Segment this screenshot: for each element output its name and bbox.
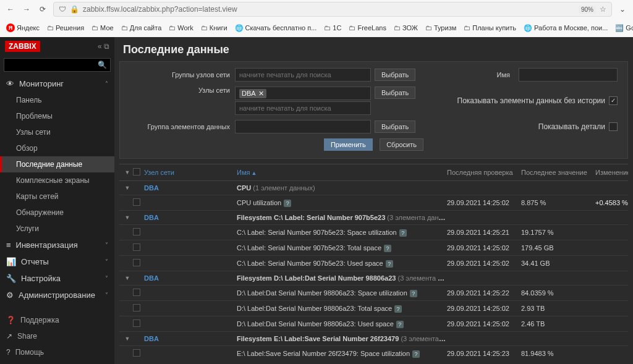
help-icon[interactable]: ? (386, 260, 393, 268)
group-expander[interactable]: ▼ (122, 275, 133, 281)
bookmark-item[interactable]: 🗀FreeLans (346, 24, 388, 32)
hostgroups-text[interactable] (239, 71, 367, 78)
hosts-text[interactable] (239, 104, 367, 112)
nav-section[interactable]: ≡Инвентаризация˅ (0, 237, 114, 253)
remove-host-tag-icon[interactable]: ✕ (258, 90, 264, 98)
pocket-icon[interactable]: ⌄ (617, 4, 628, 15)
nav-item[interactable]: Панель (0, 92, 114, 108)
search-icon[interactable]: 🔍 (98, 61, 107, 69)
nav-item[interactable]: Обнаружение (0, 205, 114, 221)
col-name[interactable]: Имя▲ (237, 169, 447, 176)
group-expander[interactable]: ▼ (122, 214, 133, 221)
help-icon[interactable]: ? (399, 229, 407, 237)
input-hosts[interactable]: DBA ✕ (235, 87, 371, 100)
row-checkbox[interactable] (133, 349, 140, 357)
forward-button[interactable]: → (21, 4, 32, 15)
row-checkbox[interactable] (133, 320, 140, 327)
bookmark-item[interactable]: 🗀Для сайта (119, 24, 164, 32)
item-name[interactable]: D:\ Label:Dat Serial Number 98806a23: Sp… (237, 289, 447, 297)
item-name[interactable]: D:\ Label:Dat Serial Number 98806a23: To… (237, 305, 447, 313)
label-application: Группа элементов данных (130, 123, 235, 130)
col-last-value[interactable]: Последнее значение (521, 169, 595, 176)
host-link[interactable]: DBA (144, 335, 159, 342)
bookmark-item[interactable]: 🗀Туризм (423, 24, 459, 32)
expand-all-toggle[interactable]: ▼ (122, 169, 133, 176)
bookmark-item[interactable]: 🌐Скачать бесплатно п... (232, 24, 320, 32)
help-icon[interactable]: ? (410, 290, 417, 297)
help-icon[interactable]: ? (384, 245, 391, 252)
host-tag[interactable]: DBA ✕ (239, 89, 266, 98)
bookmark-item[interactable]: 🗀Решения (45, 24, 87, 32)
col-last-check[interactable]: Последняя проверка (447, 169, 521, 176)
row-checkbox[interactable] (133, 289, 140, 296)
help-icon[interactable]: ? (394, 305, 402, 313)
select-all-checkbox[interactable] (133, 168, 140, 176)
item-name[interactable]: C:\ Label: Serial Number 907b5e23: Space… (237, 229, 447, 237)
help-icon[interactable]: ? (412, 350, 420, 358)
input-name[interactable] (519, 68, 618, 82)
nav-item[interactable]: Комплексные экраны (0, 172, 114, 188)
nav-item[interactable]: Карты сетей (0, 188, 114, 205)
bookmark-item[interactable]: 🗀1C (321, 24, 344, 32)
bookmark-item[interactable]: ЯЯндекс (4, 23, 42, 32)
item-name[interactable]: D:\ Label:Dat Serial Number 98806a23: Us… (237, 320, 447, 328)
row-checkbox[interactable] (133, 259, 140, 266)
checkbox-show-details[interactable] (609, 122, 618, 131)
reload-button[interactable]: ⟳ (37, 4, 48, 15)
input-hostgroups[interactable] (235, 68, 371, 82)
col-change[interactable]: Изменение (595, 169, 628, 176)
nav-section[interactable]: 📊Отчеты˅ (0, 253, 114, 270)
sidebar-search-input[interactable] (4, 58, 111, 72)
bookmark-item[interactable]: 🌐Работа в Москве, пои... (521, 24, 610, 32)
star-icon[interactable]: ☆ (600, 5, 606, 14)
row-checkbox[interactable] (133, 198, 140, 206)
bookmark-item[interactable]: 🗀Work (166, 24, 195, 32)
back-button[interactable]: ← (5, 4, 16, 15)
item-name[interactable]: E:\ Label:Save Serial Number 26f23479: S… (237, 350, 447, 358)
nav-item[interactable]: Обзор (0, 140, 114, 156)
select-application-button[interactable]: Выбрать (375, 121, 415, 133)
select-hostgroups-button[interactable]: Выбрать (375, 69, 415, 81)
nav-item[interactable]: Услуги (0, 221, 114, 237)
url-bar[interactable]: 🛡 🔒 zabbix.ffsw.local/zabbix.php?action=… (53, 2, 612, 17)
bookmark-item[interactable]: 🗀Планы купить (461, 24, 519, 32)
help-icon[interactable]: ? (284, 200, 291, 207)
nav-item[interactable]: Узлы сети (0, 124, 114, 140)
item-name[interactable]: C:\ Label: Serial Number 907b5e23: Total… (237, 244, 447, 252)
row-checkbox[interactable] (133, 304, 140, 311)
bookmark-item[interactable]: 🗀Книги (198, 24, 230, 32)
logo[interactable]: ZABBIX (5, 41, 40, 52)
application-text[interactable] (239, 123, 367, 130)
checkbox-show-wo-data[interactable] (609, 96, 618, 105)
footer-link[interactable]: ?Помощь (0, 344, 114, 360)
name-text[interactable] (523, 71, 613, 78)
bookmark-item[interactable]: 🗀Мое (89, 24, 116, 32)
input-application[interactable] (235, 120, 371, 133)
sidebar-collapse-icon[interactable]: « ⧉ (98, 42, 109, 51)
item-name[interactable]: CPU utilization? (237, 199, 447, 207)
host-link[interactable]: DBA (144, 274, 159, 282)
item-name[interactable]: C:\ Label: Serial Number 907b5e23: Used … (237, 260, 447, 268)
nav-section[interactable]: 👁Мониторинг˄ (0, 75, 114, 92)
input-hosts-more[interactable] (235, 101, 371, 115)
row-checkbox[interactable] (133, 243, 140, 251)
host-link[interactable]: DBA (144, 184, 159, 192)
bookmark-item[interactable]: 🗀ЗОЖ (391, 24, 420, 32)
select-hosts-button[interactable]: Выбрать (375, 87, 415, 99)
host-link[interactable]: DBA (144, 214, 159, 221)
zoom-badge[interactable]: 90% (579, 6, 596, 14)
group-expander[interactable]: ▼ (122, 185, 133, 191)
footer-link[interactable]: ↗Share (0, 328, 114, 344)
apply-button[interactable]: Применить (324, 138, 373, 151)
nav-item[interactable]: Последние данные (0, 156, 114, 172)
col-host[interactable]: Узел сети (144, 169, 237, 176)
nav-section[interactable]: 🔧Настройка˅ (0, 270, 114, 287)
footer-link[interactable]: ❓Поддержка (0, 312, 114, 328)
nav-item[interactable]: Проблемы (0, 108, 114, 124)
nav-section[interactable]: ⚙Администрирование˅ (0, 287, 114, 303)
group-expander[interactable]: ▼ (122, 336, 133, 342)
reset-button[interactable]: Сбросить (380, 138, 423, 151)
bookmark-item[interactable]: 🔤Google Перевод (613, 24, 633, 32)
row-checkbox[interactable] (133, 228, 140, 235)
help-icon[interactable]: ? (396, 321, 404, 328)
